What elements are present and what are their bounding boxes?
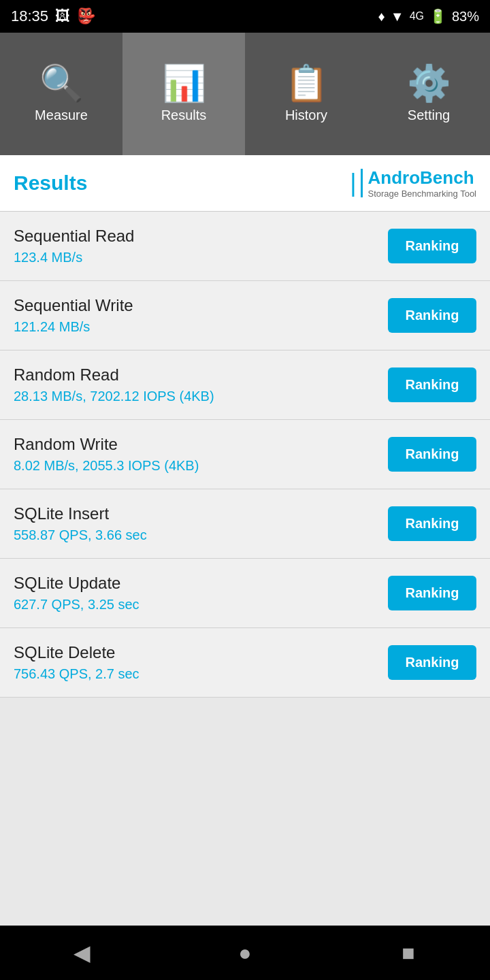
tab-setting-label: Setting <box>408 108 450 123</box>
back-icon: ◀ <box>74 940 91 966</box>
benchmark-row-sqlite-update: SQLite Update 627.7 QPS, 3.25 sec Rankin… <box>0 559 490 628</box>
benchmark-name-sqlite-update: SQLite Update <box>14 574 140 593</box>
tab-history[interactable]: 📋 History <box>245 33 368 155</box>
bottom-nav: ◀ ● ■ <box>0 926 490 980</box>
benchmark-name-sqlite-insert: SQLite Insert <box>14 504 147 523</box>
status-time: 18:35 <box>11 7 48 25</box>
benchmark-name-sequential-read: Sequential Read <box>14 227 134 246</box>
recent-button[interactable]: ■ <box>388 932 429 973</box>
notification-icon: 👺 <box>77 7 95 25</box>
benchmark-list: Sequential Read 123.4 MB/s Ranking Seque… <box>0 212 490 926</box>
ranking-button-random-write[interactable]: Ranking <box>388 437 476 472</box>
lte-icon: 4G <box>410 10 424 22</box>
benchmark-info-random-write: Random Write 8.02 MB/s, 2055.3 IOPS (4KB… <box>14 435 199 474</box>
tab-measure[interactable]: 🔍 Measure <box>0 33 122 155</box>
benchmark-info-sequential-read: Sequential Read 123.4 MB/s <box>14 227 134 265</box>
tab-history-label: History <box>285 108 327 123</box>
brand-sub: Storage Benchmarking Tool <box>368 189 476 199</box>
screenshot-icon: 🖼 <box>55 7 70 25</box>
benchmark-value-sequential-write: 121.24 MB/s <box>14 319 133 335</box>
history-icon: 📋 <box>284 65 329 101</box>
results-icon: 📊 <box>162 65 206 101</box>
benchmark-name-random-write: Random Write <box>14 435 199 454</box>
brand-icon: | <box>350 169 362 197</box>
tab-results-label: Results <box>161 108 207 123</box>
results-title: Results <box>14 172 87 195</box>
status-bar: 18:35 🖼 👺 ♦ ▼ 4G 🔋 83% <box>0 0 490 33</box>
brand-text: AndroBench Storage Benchmarking Tool <box>368 167 476 199</box>
benchmark-row-sqlite-insert: SQLite Insert 558.87 QPS, 3.66 sec Ranki… <box>0 489 490 559</box>
benchmark-row-sequential-write: Sequential Write 121.24 MB/s Ranking <box>0 281 490 350</box>
brand-logo: | AndroBench Storage Benchmarking Tool <box>350 167 476 199</box>
benchmark-row-random-read: Random Read 28.13 MB/s, 7202.12 IOPS (4K… <box>0 350 490 420</box>
ranking-button-sqlite-delete[interactable]: Ranking <box>388 645 476 680</box>
status-right: ♦ ▼ 4G 🔋 83% <box>378 8 479 24</box>
brand-rest: Bench <box>420 167 474 188</box>
wifi-icon: ▼ <box>391 9 404 24</box>
battery-icon: 🔋 <box>429 8 446 24</box>
recent-icon: ■ <box>402 941 414 966</box>
benchmark-name-sqlite-delete: SQLite Delete <box>14 643 140 662</box>
benchmark-value-sqlite-update: 627.7 QPS, 3.25 sec <box>14 597 140 612</box>
results-header: Results | AndroBench Storage Benchmarkin… <box>0 155 490 212</box>
benchmark-name-random-read: Random Read <box>14 365 214 385</box>
benchmark-name-sequential-write: Sequential Write <box>14 296 133 315</box>
benchmark-row-random-write: Random Write 8.02 MB/s, 2055.3 IOPS (4KB… <box>0 420 490 489</box>
brand-name: AndroBench <box>368 167 474 188</box>
setting-icon: ⚙️ <box>407 65 451 101</box>
benchmark-row-sqlite-delete: SQLite Delete 756.43 QPS, 2.7 sec Rankin… <box>0 628 490 698</box>
benchmark-value-random-write: 8.02 MB/s, 2055.3 IOPS (4KB) <box>14 458 199 474</box>
ranking-button-random-read[interactable]: Ranking <box>388 368 476 402</box>
nav-bar: 🔍 Measure 📊 Results 📋 History ⚙️ Setting <box>0 33 490 155</box>
measure-icon: 🔍 <box>39 65 84 101</box>
home-icon: ● <box>238 941 251 966</box>
tab-results[interactable]: 📊 Results <box>122 33 245 155</box>
benchmark-row-sequential-read: Sequential Read 123.4 MB/s Ranking <box>0 212 490 281</box>
benchmark-value-sequential-read: 123.4 MB/s <box>14 250 134 265</box>
benchmark-info-sequential-write: Sequential Write 121.24 MB/s <box>14 296 133 335</box>
benchmark-value-random-read: 28.13 MB/s, 7202.12 IOPS (4KB) <box>14 389 214 404</box>
benchmark-info-sqlite-update: SQLite Update 627.7 QPS, 3.25 sec <box>14 574 140 612</box>
tab-measure-label: Measure <box>35 108 88 123</box>
benchmark-info-sqlite-insert: SQLite Insert 558.87 QPS, 3.66 sec <box>14 504 147 543</box>
ranking-button-sqlite-update[interactable]: Ranking <box>388 576 476 610</box>
brand-highlight: Andro <box>368 167 421 188</box>
signal-icon: ♦ <box>378 9 385 24</box>
home-button[interactable]: ● <box>225 932 265 973</box>
benchmark-info-random-read: Random Read 28.13 MB/s, 7202.12 IOPS (4K… <box>14 365 214 404</box>
benchmark-value-sqlite-delete: 756.43 QPS, 2.7 sec <box>14 666 140 682</box>
benchmark-value-sqlite-insert: 558.87 QPS, 3.66 sec <box>14 527 147 543</box>
battery-percent: 83% <box>452 9 479 24</box>
back-button[interactable]: ◀ <box>61 932 102 973</box>
status-left: 18:35 🖼 👺 <box>11 7 95 25</box>
ranking-button-sequential-read[interactable]: Ranking <box>388 229 476 263</box>
ranking-button-sqlite-insert[interactable]: Ranking <box>388 506 476 541</box>
tab-setting[interactable]: ⚙️ Setting <box>368 33 490 155</box>
ranking-button-sequential-write[interactable]: Ranking <box>388 298 476 333</box>
benchmark-info-sqlite-delete: SQLite Delete 756.43 QPS, 2.7 sec <box>14 643 140 682</box>
